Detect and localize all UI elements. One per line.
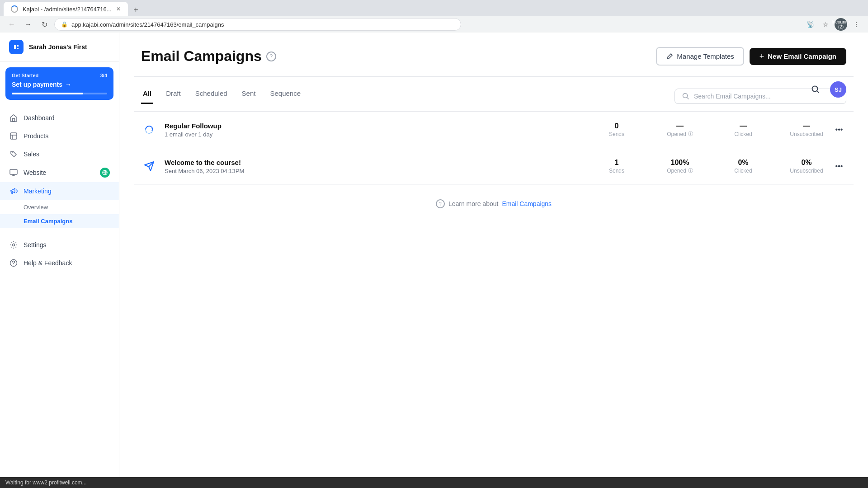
sends-stat: 1 Sends — [599, 159, 635, 174]
dashboard-label: Dashboard — [24, 114, 110, 122]
tab-sequence[interactable]: Sequence — [268, 84, 302, 104]
get-started-action: Set up payments → — [12, 81, 107, 88]
reload-button[interactable]: ↻ — [38, 18, 51, 31]
search-button[interactable] — [807, 81, 824, 98]
manage-templates-label: Manage Templates — [677, 52, 734, 60]
active-tab[interactable]: Kajabi - /admin/sites/214764716... ✕ — [4, 2, 128, 16]
website-label: Website — [24, 169, 94, 176]
sidebar-item-marketing[interactable]: Marketing — [0, 182, 119, 200]
svg-point-6 — [13, 244, 15, 246]
progress-bar-container — [12, 93, 107, 94]
sidebar-item-settings[interactable]: Settings — [0, 236, 119, 254]
marketing-label: Marketing — [24, 188, 110, 195]
opened-stat: 100% Opened ⓘ — [662, 159, 698, 174]
cast-button[interactable]: 📡 — [804, 18, 816, 31]
opened-label-row: Opened ⓘ — [662, 167, 698, 174]
status-text: Waiting for www2.profitwell.com... — [5, 479, 87, 486]
site-name: Sarah Jonas's First — [29, 43, 87, 51]
monitor-icon — [9, 168, 18, 177]
sidebar-item-overview[interactable]: Overview — [0, 200, 119, 214]
lock-icon: 🔒 — [61, 21, 68, 28]
tab-all[interactable]: All — [141, 84, 153, 104]
tag-icon — [9, 150, 18, 159]
sequence-icon — [141, 122, 157, 138]
campaign-name: Welcome to the course! — [165, 159, 591, 166]
topbar-right: SJ — [807, 81, 846, 98]
header-divider — [134, 76, 854, 77]
tab-draft[interactable]: Draft — [164, 84, 183, 104]
clicked-stat: — Clicked — [725, 122, 761, 137]
tab-spinner — [11, 5, 18, 13]
menu-button[interactable]: ⋮ — [850, 18, 863, 31]
unsubscribed-stat: 0% Unsubscribed — [788, 159, 825, 174]
page-title: Email Campaigns — [141, 48, 262, 65]
clicked-value: 0% — [725, 159, 761, 167]
svg-point-8 — [13, 265, 14, 266]
help-label: Help & Feedback — [24, 259, 110, 267]
tab-title: Kajabi - /admin/sites/214764716... — [23, 6, 112, 13]
footer-help-icon: ? — [436, 199, 445, 208]
main-nav-section: Dashboard Products — [0, 105, 119, 232]
tab-scheduled[interactable]: Scheduled — [193, 84, 229, 104]
campaign-row: Regular Followup 1 email over 1 day 0 Se… — [134, 112, 854, 148]
campaign-more-button[interactable]: ••• — [832, 122, 846, 137]
tabs-container: All Draft Scheduled Sent Sequence — [119, 84, 868, 104]
get-started-card[interactable]: Get Started 3/4 Set up payments → — [5, 67, 113, 100]
bottom-nav-section: Settings Help & Feedback — [0, 232, 119, 276]
campaigns-table: Regular Followup 1 email over 1 day 0 Se… — [119, 111, 868, 185]
campaign-info: Regular Followup 1 email over 1 day — [165, 122, 591, 138]
profile-switcher-button[interactable]: Incognito (2) — [835, 18, 847, 31]
svg-point-3 — [12, 152, 13, 153]
svg-rect-0 — [12, 43, 20, 51]
sidebar-item-sales[interactable]: Sales — [0, 145, 119, 163]
footer-text: Learn more about — [448, 200, 499, 207]
sent-icon — [141, 158, 157, 174]
footer-link[interactable]: Email Campaigns — [502, 200, 552, 207]
sidebar-item-dashboard[interactable]: Dashboard — [0, 109, 119, 127]
opened-label: Opened — [667, 131, 686, 137]
sends-value: 1 — [599, 159, 635, 167]
sidebar-item-website[interactable]: Website — [0, 163, 119, 182]
campaign-stats: 0 Sends — Opened ⓘ — Clicked — [599, 122, 825, 137]
manage-templates-button[interactable]: Manage Templates — [656, 47, 744, 66]
bookmark-button[interactable]: ☆ — [819, 18, 832, 31]
box-icon — [9, 131, 18, 141]
sidebar-item-products[interactable]: Products — [0, 127, 119, 145]
sidebar-scrollable: Get Started 3/4 Set up payments → — [0, 62, 119, 477]
products-label: Products — [24, 132, 110, 140]
tab-close-button[interactable]: ✕ — [116, 6, 121, 12]
user-avatar[interactable]: SJ — [830, 81, 846, 98]
help-circle-icon — [9, 258, 18, 267]
sends-label: Sends — [599, 131, 635, 137]
new-email-campaign-button[interactable]: + New Email Campaign — [750, 48, 846, 65]
opened-stat: — Opened ⓘ — [662, 122, 698, 137]
sidebar-item-help[interactable]: Help & Feedback — [0, 254, 119, 272]
footer-help: ? Learn more about Email Campaigns — [119, 185, 868, 223]
page-help-icon[interactable]: ? — [266, 52, 276, 61]
clicked-value: — — [725, 122, 761, 130]
campaign-more-button[interactable]: ••• — [832, 159, 846, 174]
sidebar-item-email-campaigns[interactable]: Email Campaigns — [0, 214, 119, 228]
tab-sent[interactable]: Sent — [240, 84, 258, 104]
opened-info-icon[interactable]: ⓘ — [688, 131, 693, 137]
svg-rect-4 — [10, 169, 17, 174]
clicked-label: Clicked — [725, 168, 761, 174]
address-bar[interactable]: 🔒 app.kajabi.com/admin/sites/2147647163/… — [54, 18, 461, 31]
forward-button[interactable]: → — [22, 18, 34, 31]
new-tab-button[interactable]: + — [130, 4, 142, 16]
campaign-name: Regular Followup — [165, 122, 591, 130]
campaign-sub: Sent March 06, 2023 04:13PM — [165, 168, 591, 174]
website-badge — [100, 168, 110, 178]
opened-info-icon[interactable]: ⓘ — [688, 167, 693, 174]
unsubscribed-label: Unsubscribed — [788, 168, 825, 174]
campaign-stats: 1 Sends 100% Opened ⓘ 0% Clicked — [599, 159, 825, 174]
sidebar: Sarah Jonas's First Get Started 3/4 Set … — [0, 33, 119, 477]
campaign-info: Welcome to the course! Sent March 06, 20… — [165, 159, 591, 174]
overview-label: Overview — [24, 204, 48, 211]
clicked-stat: 0% Clicked — [725, 159, 761, 174]
site-logo[interactable] — [9, 40, 24, 54]
opened-value: — — [662, 122, 698, 130]
back-button[interactable]: ← — [5, 18, 18, 31]
get-started-label: Get Started — [12, 73, 38, 78]
sends-label: Sends — [599, 168, 635, 174]
